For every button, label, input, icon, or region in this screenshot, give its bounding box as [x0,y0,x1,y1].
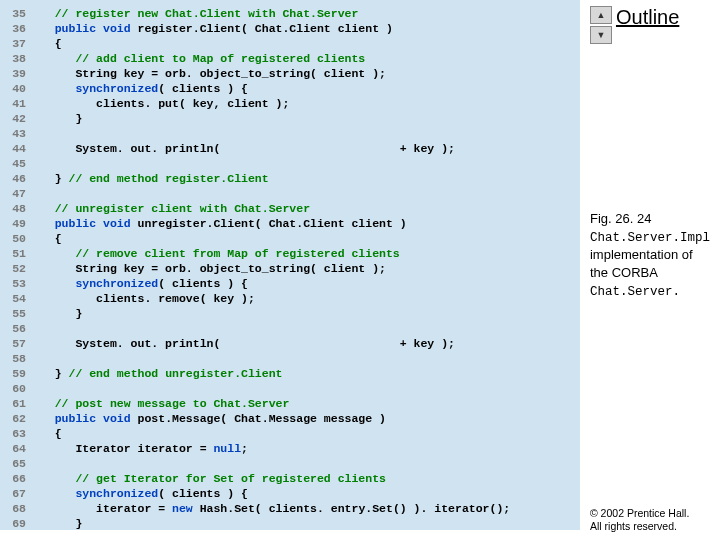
nav-up-button[interactable]: ▲ [590,6,612,24]
footer: © 2002 Prentice Hall. All rights reserve… [590,507,710,534]
copyright-line: © 2002 Prentice Hall. [590,507,710,521]
code-area: 35 36 37 38 39 40 41 42 43 44 45 46 47 4… [0,0,580,530]
caption-fig: Fig. 26. 24 [590,211,651,226]
caption-text: implementation of the CORBA [590,247,693,280]
rights-line: All rights reserved. [590,520,710,534]
figure-caption: Fig. 26. 24 Chat.Server.Impl implementat… [590,210,710,300]
code-content: // register new Chat.Client with Chat.Se… [34,6,580,530]
caption-code-1: Chat.Server.Impl [590,231,710,245]
nav-down-button[interactable]: ▼ [590,26,612,44]
outline-heading: Outline [616,6,679,29]
line-number-gutter: 35 36 37 38 39 40 41 42 43 44 45 46 47 4… [0,6,34,530]
caption-code-2: Chat.Server. [590,285,680,299]
side-panel: ▲ ▼ Outline Fig. 26. 24 Chat.Server.Impl… [580,0,720,540]
